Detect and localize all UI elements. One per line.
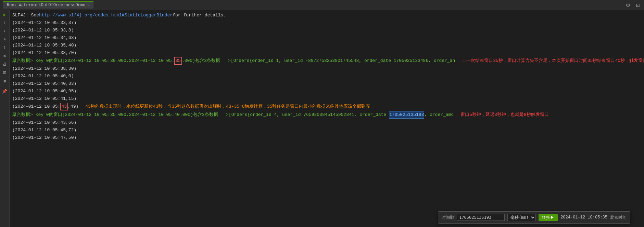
- agg-prefix-1: 聚合数据> key=0的窗口[2024-01-12 10:05:30.000,2…: [12, 57, 174, 64]
- slf4j-link[interactable]: http://www.slf4j.org/codes.html#StaticLo…: [39, 12, 173, 19]
- console-log-line: (2024-01-12 10:05:40,95): [10, 88, 644, 95]
- edit-button[interactable]: ✎: [1, 36, 9, 42]
- top-bar-actions: ⚙ ⊡: [624, 2, 641, 9]
- log-text: (2024-01-12 10:05:33,37): [12, 19, 76, 26]
- log-text: (2024-01-12 10:05:47,50): [12, 134, 76, 141]
- log-text: (2024-01-12 10:05:43,66): [12, 119, 76, 126]
- wrap-button[interactable]: ⊡: [1, 53, 9, 59]
- log-text: (2024-01-12 10:05:40,33): [12, 80, 76, 87]
- annotation-1: 上一次结束窗口35秒，窗口计算含头不含尾，本次开始窗口时间35秒结束窗口40秒，…: [462, 57, 644, 64]
- annotation-2: 窗口5秒钟，延迟3秒钟，也就是8秒触发窗口: [460, 111, 548, 118]
- log-text: (2024-01-12 10:05:38,30): [12, 65, 76, 72]
- slf4j-suffix: for further details.: [173, 12, 226, 19]
- log-text: (2024-01-12 10:05:34,63): [12, 35, 76, 41]
- log-text: (2024-01-12 10:05:45,72): [12, 127, 76, 134]
- expand-button[interactable]: ↕: [1, 44, 9, 51]
- clear-button[interactable]: 🗑: [1, 69, 9, 75]
- slf4j-line: SLF4J: See http://www.slf4j.org/codes.ht…: [10, 12, 644, 19]
- print-button[interactable]: 🖨: [1, 61, 9, 67]
- console-log-line: (2024-01-12 10:05:35,40): [10, 42, 644, 49]
- console-log-line: (2024-01-12 10:05:43,66): [10, 119, 644, 126]
- console-log-line: (2024-01-12 10:05:47,50): [10, 134, 644, 142]
- log-text: (2024-01-12 10:05:40,0): [12, 73, 74, 80]
- agg-suffix-1: .000)包含3条数据===>[Orders{order_id=1, user_…: [182, 57, 455, 64]
- log-suffix-43: ,49): [68, 103, 78, 110]
- console-log-line: (2024-01-12 10:05:38,30): [10, 65, 644, 72]
- console-log-line: (2024-01-12 10:05:45,72): [10, 126, 644, 134]
- pin-button[interactable]: 📌: [1, 88, 9, 94]
- run-tab[interactable]: Run: WatermarkOutOfOrdernessDemo ✕: [3, 1, 93, 9]
- console-area[interactable]: SLF4J: See http://www.slf4j.org/codes.ht…: [10, 10, 644, 227]
- log-text: (2024-01-12 10:05:41,15): [12, 95, 76, 102]
- log-prefix-43: (2024-01-12 10:05:: [12, 103, 60, 110]
- scroll-down-button[interactable]: ↓: [1, 28, 9, 34]
- agg-suffix-2: , order_amc: [424, 111, 454, 118]
- timestamp-input[interactable]: [457, 214, 505, 221]
- console-log-line: (2024-01-12 10:05:33,37): [10, 19, 644, 27]
- timestamp-label: 时间戳: [442, 215, 454, 221]
- console-log-line: (2024-01-12 10:05:38,70): [10, 49, 644, 57]
- tab-bar: Run: WatermarkOutOfOrdernessDemo ✕: [3, 1, 93, 9]
- boxed-43-line: (2024-01-12 10:05:43,49) 43秒的数据出现时，水位线更新…: [10, 103, 644, 111]
- more-button[interactable]: ≡: [1, 79, 9, 85]
- run-label: Run:: [7, 3, 17, 8]
- convert-button[interactable]: 转换▶: [539, 214, 558, 221]
- aggregate-line-1: 聚合数据> key=0的窗口[2024-01-12 10:05:30.000,2…: [10, 57, 644, 65]
- tab-close-icon[interactable]: ✕: [87, 3, 89, 7]
- annotation-43: 43秒的数据出现时，水位线更新位43秒，当35秒这条数据再次出现时，43-35=…: [85, 103, 370, 110]
- agg-prefix-2: 聚合数据> key=0的窗口[2024-01-12 10:05:35.000,2…: [12, 111, 389, 118]
- window-button[interactable]: ⊡: [634, 2, 641, 9]
- tab-title: WatermarkOutOfOrdernessDemo: [19, 3, 85, 8]
- log-text: (2024-01-12 10:05:38,70): [12, 50, 76, 56]
- top-bar: Run: WatermarkOutOfOrdernessDemo ✕ ⚙ ⊡: [0, 0, 644, 10]
- boxed-43: 43: [60, 103, 68, 110]
- console-log-line: (2024-01-12 10:05:34,63): [10, 34, 644, 42]
- log-text: (2024-01-12 10:05:40,95): [12, 88, 76, 95]
- console-log-line: (2024-01-12 10:05:40,0): [10, 72, 644, 80]
- scroll-up-button[interactable]: ↑: [1, 20, 9, 26]
- aggregate-line-2: 聚合数据> key=0的窗口[2024-01-12 10:05:35.000,2…: [10, 111, 644, 119]
- timezone-label: 北京时间: [610, 215, 627, 221]
- order-date-highlight: 1705025135193: [389, 111, 424, 119]
- boxed-35: 35: [174, 57, 182, 65]
- main-layout: ▶ ↑ ↓ ✎ ↕ ⊡ 🖨 🗑 ≡ 📌 SLF4J: See http://ww…: [0, 10, 644, 227]
- console-log-line: (2024-01-12 10:05:33,8): [10, 27, 644, 34]
- settings-button[interactable]: ⚙: [624, 2, 632, 9]
- converted-time: 2024-01-12 10:05:35: [560, 215, 607, 220]
- timestamp-tool: 时间戳 秒(s) 毫秒(ms) 微秒(μs) 转换▶ 2024-01-12 10…: [438, 211, 630, 224]
- console-log-line: (2024-01-12 10:05:41,15): [10, 95, 644, 103]
- log-text: (2024-01-12 10:05:35,40): [12, 42, 76, 49]
- left-toolbar: ▶ ↑ ↓ ✎ ↕ ⊡ 🖨 🗑 ≡ 📌: [0, 10, 10, 227]
- console-log-line: (2024-01-12 10:05:40,33): [10, 80, 644, 88]
- unit-select[interactable]: 秒(s) 毫秒(ms) 微秒(μs): [507, 214, 536, 221]
- slf4j-prefix: SLF4J: See: [12, 12, 39, 19]
- log-text: (2024-01-12 10:05:33,8): [12, 27, 74, 34]
- play-button[interactable]: ▶: [1, 12, 9, 18]
